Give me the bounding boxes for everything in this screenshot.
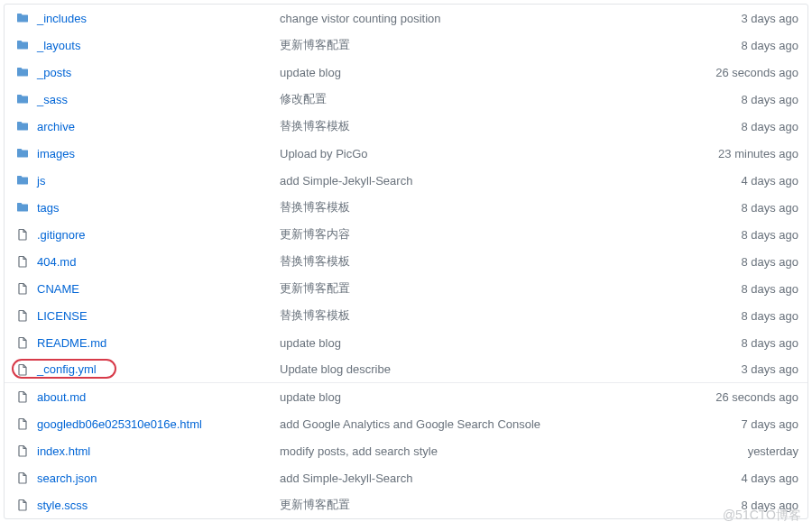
- file-link[interactable]: _layouts: [37, 39, 80, 52]
- file-icon-cell: [14, 417, 32, 430]
- file-list: _includeschange vistor counting position…: [4, 4, 808, 519]
- file-row[interactable]: _includeschange vistor counting position…: [5, 5, 807, 32]
- commit-time: 26 seconds ago: [681, 66, 798, 79]
- file-link[interactable]: style.scss: [37, 499, 88, 512]
- commit-message[interactable]: update blog: [280, 336, 681, 350]
- file-icon-cell: [14, 255, 32, 268]
- commit-message[interactable]: add Simple-Jekyll-Search: [280, 471, 681, 485]
- commit-message[interactable]: 更新博客配置: [280, 37, 681, 53]
- file-icon: [16, 444, 29, 457]
- commit-time: 7 days ago: [681, 417, 798, 431]
- file-link[interactable]: index.html: [37, 444, 90, 458]
- file-icon-cell: [14, 471, 32, 484]
- file-icon-cell: [14, 390, 32, 403]
- commit-message[interactable]: update blog: [280, 66, 681, 79]
- commit-time: 23 minutes ago: [681, 147, 798, 160]
- folder-icon-cell: [14, 120, 32, 133]
- commit-time: 8 days ago: [681, 499, 798, 512]
- folder-icon: [16, 120, 29, 133]
- commit-message[interactable]: 替换博客模板: [280, 307, 681, 324]
- file-link[interactable]: search.json: [37, 471, 97, 485]
- file-row[interactable]: CNAME更新博客配置8 days ago: [5, 275, 807, 302]
- commit-time: 3 days ago: [681, 362, 798, 376]
- file-name-cell: js: [32, 174, 280, 188]
- file-link[interactable]: README.md: [37, 336, 106, 350]
- file-name-cell: archive: [32, 120, 280, 133]
- commit-message[interactable]: update blog: [280, 390, 681, 404]
- file-link[interactable]: LICENSE: [37, 309, 88, 323]
- commit-message[interactable]: 替换博客模板: [280, 118, 681, 134]
- file-icon: [16, 228, 29, 241]
- commit-message[interactable]: 替换博客模板: [280, 253, 681, 270]
- commit-message[interactable]: 更新博客配置: [280, 497, 681, 513]
- file-row[interactable]: imagesUpload by PicGo23 minutes ago: [5, 140, 807, 167]
- file-row[interactable]: LICENSE替换博客模板8 days ago: [5, 302, 807, 329]
- file-link[interactable]: about.md: [37, 390, 86, 404]
- file-link[interactable]: tags: [37, 201, 60, 215]
- folder-icon: [16, 66, 29, 78]
- file-link[interactable]: _posts: [37, 66, 71, 79]
- file-row[interactable]: 404.md替换博客模板8 days ago: [5, 248, 807, 275]
- commit-message[interactable]: add Google Analytics and Google Search C…: [280, 417, 681, 431]
- file-icon-cell: [14, 363, 32, 376]
- file-link[interactable]: archive: [37, 120, 75, 133]
- file-icon: [16, 390, 29, 403]
- file-link[interactable]: _sass: [37, 93, 68, 106]
- file-link[interactable]: CNAME: [37, 282, 79, 296]
- file-link[interactable]: images: [37, 147, 75, 160]
- commit-message[interactable]: 修改配置: [280, 91, 681, 107]
- file-link[interactable]: .gitignore: [37, 228, 85, 242]
- file-row[interactable]: style.scss更新博客配置8 days ago: [5, 491, 807, 518]
- folder-icon-cell: [14, 201, 32, 214]
- file-row[interactable]: .gitignore更新博客内容8 days ago: [5, 221, 807, 248]
- file-row[interactable]: search.jsonadd Simple-Jekyll-Search4 day…: [5, 464, 807, 491]
- file-name-cell: style.scss: [32, 499, 280, 512]
- folder-icon: [16, 201, 29, 214]
- commit-message[interactable]: modify posts, add search style: [280, 444, 681, 458]
- file-link[interactable]: _includes: [37, 12, 87, 25]
- commit-message[interactable]: 更新博客配置: [280, 280, 681, 297]
- commit-time: yesterday: [681, 444, 798, 458]
- folder-icon: [16, 147, 29, 160]
- commit-message[interactable]: Upload by PicGo: [280, 147, 681, 160]
- file-row[interactable]: _config.ymlUpdate blog describe3 days ag…: [5, 356, 807, 383]
- file-row[interactable]: index.htmlmodify posts, add search style…: [5, 437, 807, 464]
- file-icon: [16, 309, 29, 322]
- folder-icon: [16, 174, 29, 187]
- file-icon: [16, 471, 29, 484]
- file-icon: [16, 417, 29, 430]
- file-row[interactable]: _layouts更新博客配置8 days ago: [5, 32, 807, 59]
- commit-time: 8 days ago: [681, 201, 798, 215]
- file-row[interactable]: tags替换博客模板8 days ago: [5, 194, 807, 221]
- file-link[interactable]: _config.yml: [37, 362, 97, 376]
- file-name-cell: index.html: [32, 444, 280, 458]
- file-name-cell: _layouts: [32, 39, 280, 52]
- commit-message[interactable]: 更新博客内容: [280, 226, 681, 243]
- commit-message[interactable]: Update blog describe: [280, 362, 681, 376]
- file-row[interactable]: _sass修改配置8 days ago: [5, 86, 807, 113]
- folder-icon: [16, 39, 29, 51]
- file-icon: [16, 255, 29, 268]
- file-link[interactable]: js: [37, 174, 45, 188]
- file-link[interactable]: googledb06e025310e016e.html: [37, 417, 202, 431]
- file-row[interactable]: archive替换博客模板8 days ago: [5, 113, 807, 140]
- file-name-cell: _posts: [32, 66, 280, 79]
- commit-message[interactable]: change vistor counting position: [280, 12, 681, 25]
- file-icon-cell: [14, 444, 32, 457]
- commit-message[interactable]: add Simple-Jekyll-Search: [280, 174, 681, 188]
- file-link[interactable]: 404.md: [37, 255, 76, 269]
- file-row[interactable]: README.mdupdate blog8 days ago: [5, 329, 807, 356]
- file-row[interactable]: _postsupdate blog26 seconds ago: [5, 59, 807, 86]
- commit-time: 8 days ago: [681, 309, 798, 323]
- folder-icon-cell: [14, 39, 32, 51]
- file-row[interactable]: googledb06e025310e016e.htmladd Google An…: [5, 410, 807, 437]
- folder-icon: [16, 12, 29, 24]
- file-icon-cell: [14, 499, 32, 511]
- file-row[interactable]: about.mdupdate blog26 seconds ago: [5, 383, 807, 410]
- commit-time: 8 days ago: [681, 93, 798, 106]
- file-row[interactable]: jsadd Simple-Jekyll-Search4 days ago: [5, 167, 807, 194]
- folder-icon-cell: [14, 12, 32, 24]
- commit-message[interactable]: 替换博客模板: [280, 199, 681, 215]
- file-name-cell: README.md: [32, 336, 280, 350]
- file-name-cell: tags: [32, 201, 280, 215]
